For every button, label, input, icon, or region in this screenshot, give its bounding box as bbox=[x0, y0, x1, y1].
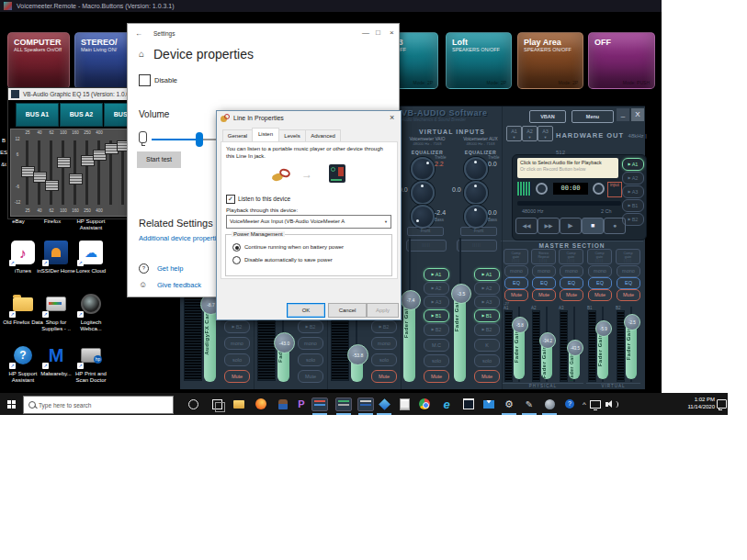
ok-button[interactable]: OK bbox=[287, 303, 325, 318]
mute-button[interactable]: Mute bbox=[371, 370, 397, 383]
mute-button[interactable]: Mute bbox=[588, 289, 612, 301]
eq-slider-handle[interactable] bbox=[45, 180, 59, 191]
voicemeeter-taskbar-window[interactable] bbox=[333, 393, 355, 415]
fader-handle[interactable]: -53.8 bbox=[347, 344, 368, 365]
file-explorer-icon[interactable] bbox=[228, 393, 250, 415]
k-button[interactable]: K bbox=[474, 339, 500, 352]
notepad-icon[interactable] bbox=[393, 393, 415, 415]
start-button[interactable] bbox=[0, 393, 22, 415]
bus-a1-button[interactable]: A1 bbox=[424, 268, 449, 281]
firefox-icon[interactable] bbox=[250, 393, 272, 415]
fader-handle[interactable]: -43.5 bbox=[567, 340, 583, 356]
edge-icon[interactable]: e bbox=[436, 393, 458, 415]
solo-button[interactable]: solo bbox=[474, 354, 500, 367]
voicemeeter-taskbar-window[interactable] bbox=[309, 393, 331, 415]
chrome-icon[interactable] bbox=[413, 393, 436, 415]
minimize-icon[interactable]: — bbox=[362, 28, 369, 37]
listen-checkbox[interactable]: ✓ bbox=[226, 195, 235, 204]
mc-button[interactable]: M.C bbox=[424, 339, 449, 352]
bus-b2-button[interactable]: B2 bbox=[224, 320, 250, 333]
busmode-selector[interactable]: ||||| bbox=[457, 240, 497, 252]
tab-levels[interactable]: Levels bbox=[278, 129, 306, 142]
mono-button[interactable]: mono bbox=[588, 265, 612, 277]
cancel-button[interactable]: Cancel bbox=[328, 303, 367, 318]
solo-button[interactable]: solo bbox=[298, 353, 323, 366]
volume-icon[interactable] bbox=[595, 393, 617, 415]
fader-handle[interactable]: -5.9 bbox=[595, 320, 612, 337]
busmode-selector[interactable]: Compgate ||||| bbox=[587, 249, 612, 264]
search-input[interactable]: Type here to search bbox=[23, 396, 174, 414]
get-help-link[interactable]: Get help bbox=[157, 264, 183, 273]
fader-handle[interactable]: -2.5 bbox=[624, 314, 640, 330]
back-icon[interactable]: ← bbox=[135, 29, 142, 38]
busmode-selector[interactable]: ||||| bbox=[406, 240, 447, 252]
malwarebytes-icon[interactable]: M ↗ bbox=[44, 343, 68, 367]
close-icon[interactable]: × bbox=[390, 113, 394, 122]
volume-slider-handle[interactable] bbox=[196, 132, 203, 147]
fader-handle[interactable]: -3.5 bbox=[451, 284, 471, 304]
desktop-icon-label[interactable]: Firefox bbox=[35, 218, 70, 225]
mono-button[interactable]: mono bbox=[617, 265, 640, 277]
fader-handle[interactable]: -5.8 bbox=[512, 317, 528, 333]
fader-body[interactable]: Fader Gain bbox=[454, 293, 466, 382]
eq-button[interactable]: EQ bbox=[617, 277, 640, 289]
mute-button[interactable]: Mute bbox=[504, 289, 528, 301]
macro-button-loft[interactable]: Loft SPEAKERS ON/OFF Mode: 2P bbox=[446, 32, 512, 89]
busmode-selector[interactable]: StereoRepeat ||||| bbox=[531, 249, 556, 264]
bus-a2-button[interactable]: A2 bbox=[424, 282, 449, 295]
busmode-selector[interactable]: Compgate ||||| bbox=[504, 249, 528, 264]
bus-b1-button[interactable]: B1 bbox=[474, 309, 500, 322]
inssider-icon[interactable]: ↗ bbox=[44, 241, 68, 264]
solo-button[interactable]: solo bbox=[224, 353, 250, 366]
fader-handle[interactable]: -43.0 bbox=[274, 332, 295, 353]
task-view-icon[interactable] bbox=[206, 393, 228, 415]
mute-button[interactable]: Mute bbox=[298, 370, 323, 383]
mono-button[interactable]: mono bbox=[224, 337, 250, 350]
bus-a3-button[interactable]: A3 bbox=[474, 296, 500, 308]
apply-button[interactable]: Apply bbox=[367, 303, 399, 318]
mute-button[interactable]: Mute bbox=[424, 370, 449, 383]
additional-device-properties-link[interactable]: Additional device properties bbox=[139, 234, 223, 242]
bus-a1-button[interactable]: A1 bbox=[474, 268, 500, 281]
hp-jumpstart-icon[interactable] bbox=[373, 393, 395, 415]
bus-a2-button[interactable]: A2 bbox=[474, 282, 500, 295]
desktop-icon-label[interactable]: HP Support Assistant bbox=[72, 218, 110, 231]
solo-button[interactable]: solo bbox=[424, 354, 449, 367]
cortana-icon[interactable] bbox=[182, 393, 204, 415]
close-icon[interactable]: × bbox=[390, 28, 394, 37]
give-feedback-link[interactable]: Give feedback bbox=[157, 281, 201, 289]
hp-print-scan-doctor-icon[interactable]: hp ↗ bbox=[79, 343, 103, 367]
bus-a3-button[interactable]: A3 bbox=[424, 296, 449, 308]
globe-app-icon[interactable] bbox=[538, 393, 560, 415]
mono-button[interactable]: mono bbox=[298, 337, 323, 350]
eq-button[interactable]: EQ bbox=[560, 277, 583, 289]
mono-button[interactable]: mono bbox=[504, 265, 528, 277]
radio-continue-running[interactable] bbox=[232, 243, 241, 252]
start-test-button[interactable]: Start test bbox=[137, 151, 181, 168]
desktop-icon-label[interactable]: Lorex Cloud bbox=[71, 268, 111, 274]
eq-button[interactable]: EQ bbox=[504, 277, 528, 289]
fader-body[interactable]: Fader Gain bbox=[403, 299, 415, 382]
eq-button[interactable]: EQ bbox=[532, 277, 556, 289]
itunes-icon[interactable]: ♪ ↗ bbox=[11, 241, 35, 264]
bus-b2-button[interactable]: B2 bbox=[298, 320, 323, 333]
bus-b2-button[interactable]: B2 bbox=[424, 323, 449, 336]
mute-button[interactable]: Mute bbox=[224, 370, 250, 383]
mute-button[interactable]: Mute bbox=[560, 289, 583, 301]
solo-button[interactable]: solo bbox=[371, 353, 397, 366]
bus-b1-button[interactable]: B1 bbox=[424, 309, 449, 322]
mail-icon[interactable] bbox=[478, 393, 500, 415]
tab-general[interactable]: General bbox=[222, 129, 253, 142]
fader-handle[interactable]: -7.4 bbox=[401, 290, 421, 310]
radio-disable-auto[interactable] bbox=[232, 256, 241, 264]
disable-checkbox[interactable] bbox=[139, 74, 151, 86]
busmode-selector[interactable]: Compgate ||||| bbox=[616, 249, 640, 264]
bus-b2-button[interactable]: B2 bbox=[474, 323, 500, 336]
mute-button[interactable]: Mute bbox=[532, 289, 556, 301]
macro-window-titlebar[interactable]: Voicemeeter.Remote - Macro.Buttons (Vers… bbox=[0, 0, 662, 12]
macro-button-play-area[interactable]: Play Area SPEAKERS ON/OFF Mode: 2P bbox=[517, 32, 583, 89]
clock[interactable]: 1:02 PM 11/14/2020 bbox=[676, 396, 715, 410]
tab-bus-a2[interactable]: BUS A2 bbox=[60, 103, 103, 127]
lorex-cloud-icon[interactable]: ☁ ↗ bbox=[79, 241, 103, 264]
busmode-selector[interactable]: Compgate ||||| bbox=[559, 249, 583, 264]
